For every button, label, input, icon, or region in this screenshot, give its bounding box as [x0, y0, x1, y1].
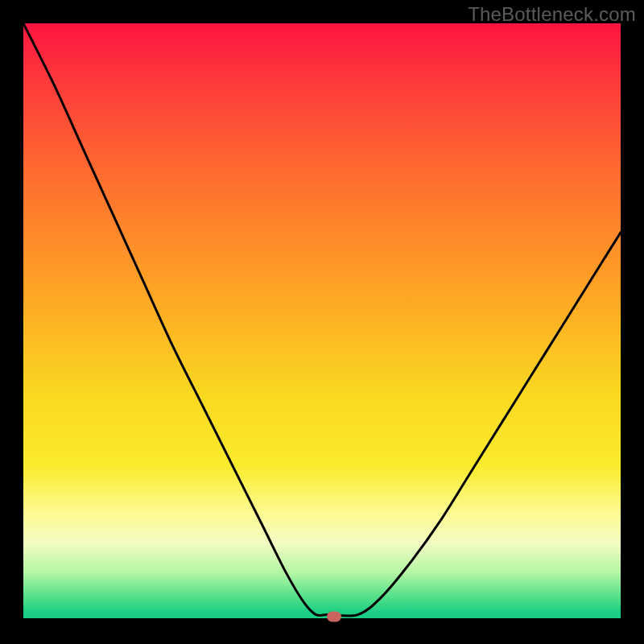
optimal-point-marker	[327, 611, 341, 621]
bottleneck-curve	[23, 23, 621, 616]
chart-svg	[23, 23, 621, 621]
chart-frame: TheBottleneck.com	[0, 0, 644, 644]
watermark-text: TheBottleneck.com	[468, 3, 636, 26]
plot-area	[23, 23, 621, 621]
